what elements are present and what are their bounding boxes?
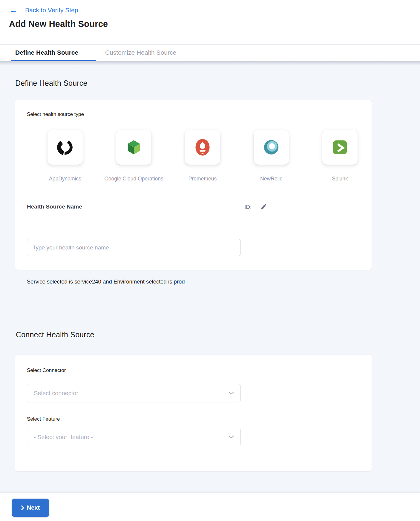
connector-select[interactable]: Select connector xyxy=(27,384,241,402)
back-arrow-icon: ← xyxy=(9,6,17,14)
source-type-google-cloud-operations[interactable] xyxy=(116,130,151,165)
source-type-label: Google Cloud Operations xyxy=(95,176,173,182)
connect-health-source-card: Select Connector Select connector Select… xyxy=(15,355,372,471)
define-section-heading: Define Health Source xyxy=(15,79,88,88)
source-type-prometheus[interactable] xyxy=(185,130,220,165)
health-source-name-label: Health Source Name xyxy=(27,203,82,210)
chevron-down-icon xyxy=(229,436,234,439)
newrelic-icon xyxy=(263,139,280,156)
next-button-label: Next xyxy=(27,504,40,511)
footer-bar: Next xyxy=(0,493,420,521)
select-feature-label: Select Feature xyxy=(27,416,60,422)
appdynamics-icon xyxy=(56,139,74,156)
source-type-label: NewRelic xyxy=(232,176,310,182)
next-button[interactable]: Next xyxy=(12,499,49,517)
source-type-label: AppDynamics xyxy=(26,176,104,182)
chevron-right-icon xyxy=(21,505,24,510)
prometheus-icon xyxy=(194,139,211,156)
tab-define-health-source[interactable]: Define Health Source xyxy=(15,49,78,56)
service-environment-text: Service selected is service240 and Envir… xyxy=(27,278,185,285)
active-tab-underline xyxy=(11,60,96,61)
connect-section-heading: Connect Health Source xyxy=(16,330,94,339)
chevron-down-icon xyxy=(229,392,234,395)
add-new-health-source-panel: ← Back to Verify Step Add New Health Sou… xyxy=(0,0,420,521)
feature-select[interactable]: - Select your feature - xyxy=(27,428,241,446)
pencil-icon xyxy=(260,204,267,210)
tab-customize-health-source[interactable]: Customize Health Source xyxy=(105,49,176,56)
edit-id-button[interactable] xyxy=(260,204,267,210)
select-source-type-label: Select health source type xyxy=(27,111,84,117)
source-type-label: Prometheus xyxy=(164,176,241,182)
source-type-splunk[interactable] xyxy=(322,130,358,165)
select-connector-label: Select Connector xyxy=(27,367,66,373)
page-title: Add New Health Source xyxy=(9,19,108,29)
source-type-newrelic[interactable] xyxy=(254,130,289,165)
health-source-name-input[interactable] xyxy=(27,239,241,256)
splunk-icon xyxy=(331,139,349,156)
google-cloud-operations-icon xyxy=(126,139,142,155)
source-type-appdynamics[interactable] xyxy=(47,130,83,165)
source-type-label: Splunk xyxy=(301,176,379,182)
tab-bar: Define Health Source Customize Health So… xyxy=(0,44,420,61)
feature-select-value: - Select your feature - xyxy=(34,434,93,441)
back-link-label: Back to Verify Step xyxy=(25,6,78,14)
id-label: ID: xyxy=(244,204,252,210)
define-health-source-card: Select health source type xyxy=(15,100,372,270)
connector-select-value: Select connector xyxy=(34,390,78,397)
header: ← Back to Verify Step Add New Health Sou… xyxy=(0,0,420,44)
back-link[interactable]: ← Back to Verify Step xyxy=(9,6,78,14)
